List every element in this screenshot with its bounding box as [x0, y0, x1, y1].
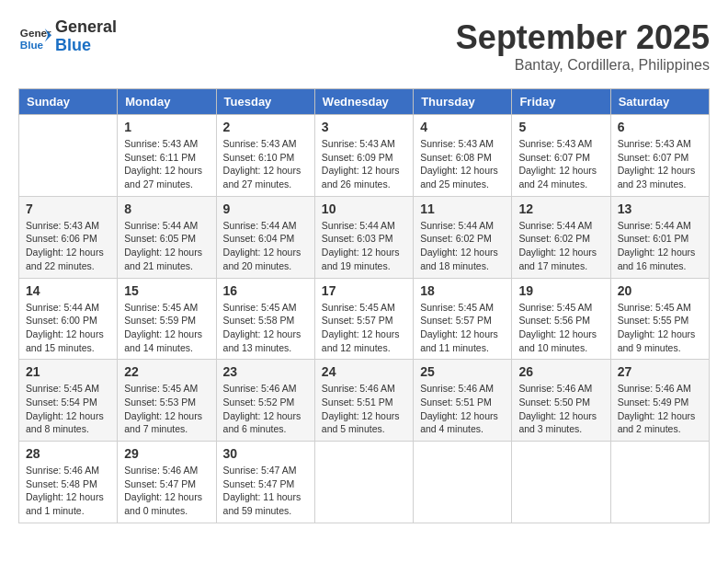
- day-number: 8: [124, 201, 209, 216]
- col-saturday: Saturday: [610, 89, 709, 115]
- day-number: 21: [26, 364, 110, 379]
- day-number: 4: [420, 120, 505, 134]
- month-title: September 2025: [456, 18, 710, 57]
- day-cell: [414, 442, 512, 523]
- day-number: 14: [26, 283, 110, 298]
- day-info: Sunrise: 5:46 AM Sunset: 5:50 PM Dayligh…: [518, 382, 603, 436]
- day-cell: 27Sunrise: 5:46 AM Sunset: 5:49 PM Dayli…: [610, 360, 709, 442]
- day-info: Sunrise: 5:45 AM Sunset: 5:57 PM Dayligh…: [322, 301, 406, 355]
- day-info: Sunrise: 5:44 AM Sunset: 6:02 PM Dayligh…: [420, 219, 505, 273]
- logo-general: General: [55, 18, 117, 37]
- day-cell: 12Sunrise: 5:44 AM Sunset: 6:02 PM Dayli…: [512, 196, 610, 278]
- location-title: Bantay, Cordillera, Philippines: [456, 57, 710, 74]
- day-number: 5: [518, 120, 603, 134]
- day-cell: 30Sunrise: 5:47 AM Sunset: 5:47 PM Dayli…: [216, 442, 314, 523]
- day-number: 10: [322, 201, 406, 216]
- day-info: Sunrise: 5:45 AM Sunset: 5:54 PM Dayligh…: [26, 382, 110, 436]
- day-info: Sunrise: 5:46 AM Sunset: 5:52 PM Dayligh…: [223, 382, 308, 436]
- header-area: General Blue General Blue September 2025…: [18, 18, 710, 74]
- day-info: Sunrise: 5:45 AM Sunset: 5:55 PM Dayligh…: [618, 301, 702, 355]
- day-number: 9: [223, 201, 308, 216]
- day-info: Sunrise: 5:44 AM Sunset: 6:05 PM Dayligh…: [124, 219, 209, 273]
- day-number: 15: [124, 283, 209, 298]
- day-cell: 29Sunrise: 5:46 AM Sunset: 5:47 PM Dayli…: [118, 442, 216, 523]
- week-row-3: 14Sunrise: 5:44 AM Sunset: 6:00 PM Dayli…: [19, 278, 710, 360]
- day-cell: 8Sunrise: 5:44 AM Sunset: 6:05 PM Daylig…: [118, 196, 216, 278]
- day-cell: 14Sunrise: 5:44 AM Sunset: 6:00 PM Dayli…: [19, 278, 118, 360]
- day-number: 17: [322, 283, 406, 298]
- day-cell: 16Sunrise: 5:45 AM Sunset: 5:58 PM Dayli…: [216, 278, 314, 360]
- day-number: 3: [322, 120, 406, 134]
- day-cell: 10Sunrise: 5:44 AM Sunset: 6:03 PM Dayli…: [314, 196, 413, 278]
- col-monday: Monday: [118, 89, 216, 115]
- title-area: September 2025 Bantay, Cordillera, Phili…: [456, 18, 710, 74]
- day-info: Sunrise: 5:45 AM Sunset: 5:53 PM Dayligh…: [124, 382, 209, 436]
- day-cell: 7Sunrise: 5:43 AM Sunset: 6:06 PM Daylig…: [19, 196, 118, 278]
- day-cell: 23Sunrise: 5:46 AM Sunset: 5:52 PM Dayli…: [216, 360, 314, 442]
- day-number: 23: [223, 364, 308, 379]
- svg-text:General: General: [20, 27, 51, 39]
- day-info: Sunrise: 5:44 AM Sunset: 6:04 PM Dayligh…: [223, 219, 308, 273]
- day-cell: 25Sunrise: 5:46 AM Sunset: 5:51 PM Dayli…: [414, 360, 512, 442]
- day-cell: 18Sunrise: 5:45 AM Sunset: 5:57 PM Dayli…: [414, 278, 512, 360]
- day-cell: 5Sunrise: 5:43 AM Sunset: 6:07 PM Daylig…: [512, 115, 610, 197]
- col-friday: Friday: [512, 89, 610, 115]
- day-number: 29: [124, 446, 209, 461]
- day-info: Sunrise: 5:45 AM Sunset: 5:56 PM Dayligh…: [518, 301, 603, 355]
- day-cell: 26Sunrise: 5:46 AM Sunset: 5:50 PM Dayli…: [512, 360, 610, 442]
- day-number: 7: [26, 201, 110, 216]
- day-number: 18: [420, 283, 505, 298]
- day-number: 22: [124, 364, 209, 379]
- col-tuesday: Tuesday: [216, 89, 314, 115]
- day-number: 2: [223, 120, 308, 134]
- day-number: 13: [618, 201, 702, 216]
- svg-text:Blue: Blue: [20, 38, 44, 50]
- day-info: Sunrise: 5:43 AM Sunset: 6:06 PM Dayligh…: [26, 219, 110, 273]
- logo: General Blue General Blue: [18, 18, 117, 55]
- day-info: Sunrise: 5:46 AM Sunset: 5:49 PM Dayligh…: [618, 382, 702, 436]
- day-cell: [610, 442, 709, 523]
- day-cell: [19, 115, 118, 197]
- day-number: 1: [124, 120, 209, 134]
- day-cell: 4Sunrise: 5:43 AM Sunset: 6:08 PM Daylig…: [414, 115, 512, 197]
- day-cell: 17Sunrise: 5:45 AM Sunset: 5:57 PM Dayli…: [314, 278, 413, 360]
- day-number: 19: [518, 283, 603, 298]
- day-info: Sunrise: 5:46 AM Sunset: 5:47 PM Dayligh…: [124, 464, 209, 518]
- week-row-5: 28Sunrise: 5:46 AM Sunset: 5:48 PM Dayli…: [19, 442, 710, 523]
- logo-text: General Blue: [55, 18, 117, 55]
- day-info: Sunrise: 5:43 AM Sunset: 6:07 PM Dayligh…: [618, 137, 702, 191]
- day-cell: 6Sunrise: 5:43 AM Sunset: 6:07 PM Daylig…: [610, 115, 709, 197]
- day-cell: 19Sunrise: 5:45 AM Sunset: 5:56 PM Dayli…: [512, 278, 610, 360]
- week-row-2: 7Sunrise: 5:43 AM Sunset: 6:06 PM Daylig…: [19, 196, 710, 278]
- day-info: Sunrise: 5:44 AM Sunset: 6:01 PM Dayligh…: [618, 219, 702, 273]
- day-cell: [512, 442, 610, 523]
- day-cell: 21Sunrise: 5:45 AM Sunset: 5:54 PM Dayli…: [19, 360, 118, 442]
- day-number: 11: [420, 201, 505, 216]
- day-cell: 13Sunrise: 5:44 AM Sunset: 6:01 PM Dayli…: [610, 196, 709, 278]
- day-number: 20: [618, 283, 702, 298]
- week-row-4: 21Sunrise: 5:45 AM Sunset: 5:54 PM Dayli…: [19, 360, 710, 442]
- day-info: Sunrise: 5:43 AM Sunset: 6:07 PM Dayligh…: [518, 137, 603, 191]
- col-sunday: Sunday: [19, 89, 118, 115]
- day-number: 30: [223, 446, 308, 461]
- day-info: Sunrise: 5:43 AM Sunset: 6:10 PM Dayligh…: [223, 137, 308, 191]
- day-info: Sunrise: 5:47 AM Sunset: 5:47 PM Dayligh…: [223, 464, 308, 518]
- week-row-1: 1Sunrise: 5:43 AM Sunset: 6:11 PM Daylig…: [19, 115, 710, 197]
- calendar-table: Sunday Monday Tuesday Wednesday Thursday…: [18, 88, 710, 523]
- day-info: Sunrise: 5:44 AM Sunset: 6:00 PM Dayligh…: [26, 301, 110, 355]
- day-cell: 28Sunrise: 5:46 AM Sunset: 5:48 PM Dayli…: [19, 442, 118, 523]
- logo-blue: Blue: [55, 37, 117, 55]
- day-number: 25: [420, 364, 505, 379]
- day-cell: [314, 442, 413, 523]
- day-cell: 3Sunrise: 5:43 AM Sunset: 6:09 PM Daylig…: [314, 115, 413, 197]
- logo-icon: General Blue: [18, 20, 51, 53]
- day-number: 6: [618, 120, 702, 134]
- day-info: Sunrise: 5:43 AM Sunset: 6:09 PM Dayligh…: [322, 137, 406, 191]
- day-number: 28: [26, 446, 110, 461]
- day-info: Sunrise: 5:45 AM Sunset: 5:58 PM Dayligh…: [223, 301, 308, 355]
- day-number: 26: [518, 364, 603, 379]
- day-number: 12: [518, 201, 603, 216]
- day-cell: 22Sunrise: 5:45 AM Sunset: 5:53 PM Dayli…: [118, 360, 216, 442]
- day-cell: 9Sunrise: 5:44 AM Sunset: 6:04 PM Daylig…: [216, 196, 314, 278]
- day-cell: 11Sunrise: 5:44 AM Sunset: 6:02 PM Dayli…: [414, 196, 512, 278]
